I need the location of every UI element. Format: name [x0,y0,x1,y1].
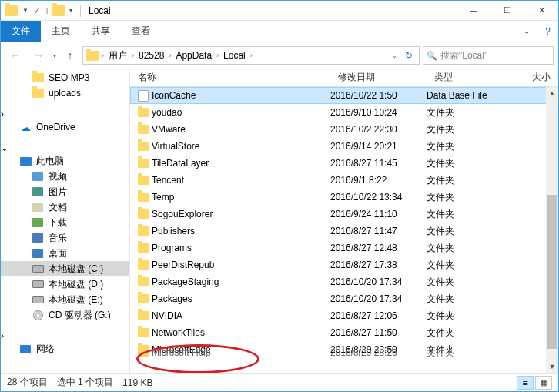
column-type[interactable]: 类型 [427,71,511,84]
refresh-icon[interactable]: ↻ [402,50,416,61]
chevron-right-icon[interactable]: › [250,52,253,59]
file-row[interactable]: VirtualStore2016/9/14 20:21文件夹 [130,138,558,155]
scroll-thumb[interactable] [547,195,557,349]
file-row[interactable]: VMware2016/10/2 22:30文件夹 [130,121,558,138]
cd-icon [33,310,43,320]
sidebar-item-video[interactable]: 视频 [1,169,129,184]
qat-folder-icon[interactable] [52,5,65,16]
file-row[interactable]: NVIDIA2016/8/27 12:06文件夹 [130,307,558,324]
breadcrumb[interactable]: Local [220,50,249,61]
breadcrumb[interactable]: 82528 [136,50,167,61]
expand-icon[interactable]: › [1,330,4,341]
folder-icon [138,277,149,286]
address-bar[interactable]: › 用户 › 82528 › AppData › Local › ⌄ ↻ [82,46,420,65]
qat-dropdown-icon[interactable]: ▼ [22,7,28,14]
pc-icon [20,157,32,166]
back-button[interactable]: ← [5,45,25,65]
sidebar-item-desktop[interactable]: 桌面 [1,246,129,261]
breadcrumb[interactable]: AppData [172,50,215,61]
file-row[interactable]: Packages2016/10/20 17:34文件夹 [130,290,558,307]
downloads-icon [32,218,43,227]
column-date[interactable]: 修改日期 [330,71,427,84]
file-type: 文件夹 [427,259,511,272]
tab-share[interactable]: 共享 [81,21,121,42]
file-type: 文件夹 [427,208,511,221]
status-selection: 选中 1 个项目 [57,376,113,389]
sidebar-item-cd[interactable]: CD 驱动器 (G:) [1,307,129,323]
scroll-down-icon[interactable]: ▼ [546,360,558,373]
file-type: 文件夹 [427,349,511,357]
file-type: 文件夹 [427,327,511,340]
sidebar-item-pictures[interactable]: 图片 [1,184,129,199]
sidebar-item-music[interactable]: 音乐 [1,230,129,246]
status-count: 28 个项目 [7,376,48,389]
collapse-icon[interactable]: ⌄ [1,142,8,153]
history-dropdown-icon[interactable]: ▾ [52,52,58,59]
file-list[interactable]: IconCache2016/10/22 1:50Data Base Fileyo… [130,87,558,373]
file-row[interactable]: SogouExplorer2016/9/24 11:10文件夹 [130,206,558,223]
forward-button[interactable]: → [28,45,49,65]
file-type: 文件夹 [427,225,511,238]
sidebar-item-drive-d[interactable]: 本地磁盘 (D:) [1,276,129,292]
folder-icon [138,226,149,236]
file-row[interactable]: youdao2016/9/10 10:24文件夹 [130,104,558,121]
file-row[interactable]: Tencent2016/9/1 8:22文件夹 [130,172,558,189]
file-row[interactable]: Temp2016/10/22 13:34文件夹 [130,189,558,206]
file-name: VMware [152,124,330,135]
sidebar-item-uploads[interactable]: uploads [1,85,129,101]
folder-icon [138,125,149,134]
sidebar-item-drive-e[interactable]: 本地磁盘 (E:) [1,292,129,307]
search-input[interactable]: 🔍 搜索"Local" [423,46,554,65]
address-dropdown-icon[interactable]: ⌄ [389,52,400,59]
tab-file[interactable]: 文件 [1,21,41,42]
content-pane: 名称 修改日期 类型 大小 IconCache2016/10/22 1:50Da… [130,69,558,373]
sidebar-item-drive-c[interactable]: 本地磁盘 (C:) [1,261,129,276]
file-date: 2016/8/27 12:48 [330,243,427,253]
expand-icon[interactable]: › [1,109,4,119]
sidebar-item-seo[interactable]: SEO MP3 [1,70,129,85]
drive-icon [32,265,44,273]
file-row[interactable]: Microsoft Help2016/8/29 23:26文件夹 [130,349,558,357]
file-row[interactable]: Programs2016/8/27 12:48文件夹 [130,240,558,256]
sidebar-item-thispc[interactable]: 此电脑 [1,153,129,169]
up-button[interactable]: ↑ [61,46,79,65]
file-row[interactable]: IconCache2016/10/22 1:50Data Base File [130,87,558,104]
chevron-right-icon[interactable]: › [216,52,219,59]
sidebar-item-network[interactable]: 网络 [1,341,129,357]
video-icon [32,172,43,181]
minimize-button[interactable]: ─ [457,1,490,21]
view-icons-button[interactable]: ▦ [535,376,552,390]
file-date: 2016/10/20 17:34 [330,293,427,304]
scroll-up-icon[interactable]: ▲ [546,87,558,99]
qat-chevron-icon[interactable]: ▾ [69,7,72,14]
column-name[interactable]: 名称 [130,71,330,84]
file-date: 2016/10/2 22:30 [330,124,427,135]
folder-icon [138,328,149,337]
file-type: 文件夹 [427,174,511,187]
breadcrumb[interactable]: 用户 [105,49,130,62]
column-size[interactable]: 大小 [511,71,558,84]
close-button[interactable]: ✕ [524,1,558,21]
help-icon[interactable]: ? [537,26,558,37]
chevron-right-icon[interactable]: › [102,52,104,59]
chevron-right-icon[interactable]: › [169,52,171,59]
file-icon [138,90,149,102]
file-row[interactable]: TileDataLayer2016/8/27 11:45文件夹 [130,155,558,172]
sidebar-item-downloads[interactable]: 下载 [1,215,129,230]
tab-home[interactable]: 主页 [41,21,81,42]
file-row[interactable]: NetworkTiles2016/8/27 11:50文件夹 [130,324,558,341]
maximize-button[interactable]: ☐ [490,1,524,21]
chevron-right-icon[interactable]: › [132,52,134,59]
view-details-button[interactable]: ≣ [517,376,534,390]
file-row[interactable]: PeerDistRepub2016/8/27 17:38文件夹 [130,256,558,273]
file-row[interactable]: Publishers2016/8/27 11:47文件夹 [130,223,558,240]
scrollbar[interactable]: ▲ ▼ [546,87,558,373]
tab-view[interactable]: 查看 [121,21,161,42]
file-row[interactable]: PackageStaging2016/10/20 17:34文件夹 [130,273,558,290]
file-date: 2016/8/27 11:47 [330,226,427,236]
sidebar-item-onedrive[interactable]: ☁OneDrive [1,119,129,135]
sidebar-item-documents[interactable]: 文档 [1,199,129,215]
qat-check-icon[interactable]: ✓ [33,5,42,16]
window-title: Local [84,5,111,16]
ribbon-expand-icon[interactable]: ⌄ [516,27,537,35]
